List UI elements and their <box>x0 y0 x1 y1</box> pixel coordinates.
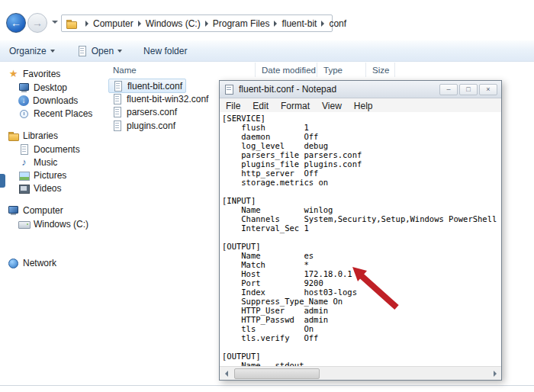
pictures-icon <box>18 170 30 181</box>
document-icon <box>76 46 88 56</box>
conf-file-icon <box>111 94 123 104</box>
back-button[interactable]: ← <box>6 13 26 33</box>
notepad-title-bar[interactable]: fluent-bit.conf - Notepad – □ × <box>220 81 501 98</box>
forward-button[interactable]: → <box>27 13 47 33</box>
sidebar-item-music[interactable]: ♪ Music <box>8 156 105 169</box>
sidebar-group-label: Network <box>23 258 56 268</box>
close-button[interactable]: × <box>479 84 497 95</box>
horizontal-scrollbar[interactable] <box>220 366 501 380</box>
menu-file[interactable]: File <box>220 101 246 111</box>
chevron-down-icon <box>117 50 122 53</box>
folder-icon <box>66 18 77 29</box>
videos-icon <box>18 183 30 194</box>
network-icon <box>8 258 19 268</box>
new-folder-button[interactable]: New folder <box>143 46 187 56</box>
column-header-type[interactable]: Type <box>317 63 366 77</box>
breadcrumb-windows-c[interactable]: Windows (C:) <box>146 18 201 29</box>
sidebar-item-pictures[interactable]: Pictures <box>8 169 105 182</box>
downloads-icon: ↓ <box>18 95 29 106</box>
chevron-down-icon <box>50 50 55 53</box>
organize-label: Organize <box>9 46 47 56</box>
sidebar-item-label: Videos <box>34 183 61 194</box>
sidebar-group-label: Favorites <box>23 69 60 79</box>
breadcrumb-separator-icon <box>138 21 141 27</box>
menu-help[interactable]: Help <box>348 101 379 111</box>
breadcrumb-separator-icon <box>205 21 208 27</box>
command-toolbar: Organize Open New folder <box>0 40 534 62</box>
sidebar-item-label: Pictures <box>34 170 66 181</box>
sidebar-item-documents[interactable]: Documents <box>8 143 105 156</box>
triangle-left-icon <box>225 371 228 377</box>
sidebar-item-videos[interactable]: Videos <box>8 182 105 194</box>
sidebar-group-label: Computer <box>23 205 63 216</box>
column-header-date-modified[interactable]: Date modified <box>256 63 317 77</box>
breadcrumb-conf[interactable]: conf <box>329 18 346 29</box>
file-name: parsers.conf <box>127 107 177 117</box>
libraries-icon <box>8 130 19 141</box>
column-header-name[interactable]: Name <box>107 63 256 77</box>
file-name: fluent-bit-win32.conf <box>127 94 208 104</box>
sidebar-group-network[interactable]: Network <box>8 256 105 270</box>
explorer-window: ← → Computer Windows (C:) Program Files … <box>0 0 534 392</box>
notepad-text-area[interactable]: [SERVICE] flush 1 daemon Off log_level d… <box>220 112 501 367</box>
sidebar-item-label: Documents <box>34 144 80 155</box>
address-bar[interactable]: Computer Windows (C:) Program Files flue… <box>61 14 333 32</box>
open-label: Open <box>92 46 114 56</box>
conf-file-icon <box>111 107 123 117</box>
sidebar-item-label: Recent Places <box>34 108 92 119</box>
file-row-parsers-conf[interactable]: parsers.conf <box>108 105 180 118</box>
caption-buttons: – □ × <box>439 84 497 95</box>
column-header-row: Name Date modified Type Size <box>107 63 395 77</box>
breadcrumb-separator-icon <box>85 21 88 27</box>
documents-icon <box>18 144 30 155</box>
menu-format[interactable]: Format <box>275 101 316 111</box>
scrollbar-thumb[interactable] <box>234 368 320 379</box>
sidebar-group-favorites[interactable]: ★ Favorites <box>8 67 105 81</box>
triangle-right-icon <box>494 371 497 377</box>
conf-file-icon <box>111 120 123 131</box>
scroll-right-button[interactable] <box>488 368 501 380</box>
sidebar-item-label: Desktop <box>34 82 67 93</box>
menu-edit[interactable]: Edit <box>246 101 275 111</box>
notepad-window: fluent-bit.conf - Notepad – □ × File Edi… <box>219 80 502 381</box>
hard-drive-icon <box>18 219 30 230</box>
maximize-button[interactable]: □ <box>459 84 478 95</box>
column-header-size[interactable]: Size <box>366 63 395 77</box>
navigation-pane: ★ Favorites Desktop ↓ Downloads Recent P… <box>8 67 105 270</box>
background-window-sliver <box>0 174 5 188</box>
breadcrumb-fluent-bit[interactable]: fluent-bit <box>281 18 317 29</box>
sidebar-item-label: Downloads <box>33 95 78 106</box>
file-name: fluent-bit.conf <box>127 81 182 92</box>
notepad-menu-bar: File Edit Format View Help <box>220 98 501 114</box>
file-name: plugins.conf <box>127 120 175 131</box>
new-folder-label: New folder <box>143 46 187 56</box>
file-row-fluent-bit-conf[interactable]: fluent-bit.conf <box>108 79 186 93</box>
minimize-button[interactable]: – <box>439 84 458 95</box>
sidebar-item-desktop[interactable]: Desktop <box>8 81 105 94</box>
sidebar-group-computer[interactable]: Computer <box>8 204 105 217</box>
favorites-star-icon: ★ <box>8 69 19 79</box>
notepad-icon <box>224 84 235 95</box>
organize-button[interactable]: Organize <box>9 46 55 56</box>
open-button[interactable]: Open <box>76 46 122 56</box>
sidebar-item-label: Music <box>34 157 57 168</box>
recent-pages-dropdown-icon[interactable] <box>52 21 58 24</box>
desktop-icon <box>18 82 30 93</box>
sidebar-item-downloads[interactable]: ↓ Downloads <box>8 94 105 107</box>
recent-places-icon <box>18 108 30 119</box>
sidebar-group-label: Libraries <box>23 130 58 141</box>
conf-file-icon <box>112 81 124 92</box>
file-row-fluent-bit-win32-conf[interactable]: fluent-bit-win32.conf <box>108 92 211 105</box>
sidebar-item-recent-places[interactable]: Recent Places <box>8 107 105 120</box>
scroll-left-button[interactable] <box>220 368 233 380</box>
breadcrumb-computer[interactable]: Computer <box>93 18 134 29</box>
notepad-window-title: fluent-bit.conf - Notepad <box>239 84 336 95</box>
breadcrumb-program-files[interactable]: Program Files <box>213 18 270 29</box>
red-arrow-annotation <box>349 264 414 321</box>
sidebar-item-windows-c[interactable]: Windows (C:) <box>8 217 105 230</box>
menu-view[interactable]: View <box>316 101 348 111</box>
sidebar-group-libraries[interactable]: Libraries <box>8 129 105 143</box>
music-icon: ♪ <box>18 157 30 168</box>
computer-icon <box>8 205 19 216</box>
file-row-plugins-conf[interactable]: plugins.conf <box>108 119 179 132</box>
